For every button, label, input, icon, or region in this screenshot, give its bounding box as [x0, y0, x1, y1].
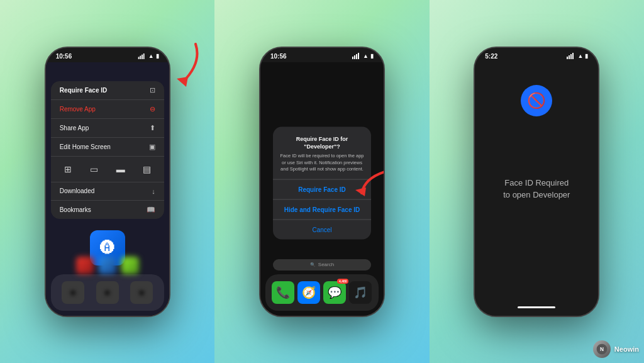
face-id-line2: to open Developer: [503, 190, 570, 199]
dock-music: 🎵: [349, 281, 372, 304]
menu-label-downloaded: Downloaded: [60, 187, 95, 194]
phone-right-screen: 🚫 Face ID Required to open Developer: [475, 62, 598, 316]
signal-icon-middle: [352, 53, 361, 59]
edit-icon: ▣: [149, 143, 155, 151]
phone-left: 10:56 ▲ ▮ Require Face ID ⊡: [45, 47, 170, 317]
left-panel: 10:56 ▲ ▮ Require Face ID ⊡: [0, 0, 214, 363]
menu-label-require-face-id: Require Face ID: [60, 87, 108, 94]
menu-label-edit-home: Edit Home Screen: [60, 143, 111, 150]
phone-right: 5:22 ▲ ▮ 🚫 Face ID Required to open: [474, 47, 599, 317]
signal-icon: [138, 53, 147, 59]
face-id-icon: ⊡: [150, 86, 155, 94]
time-middle: 10:56: [270, 53, 287, 60]
status-icons-left: ▲ ▮: [138, 53, 159, 59]
right-panel: 5:22 ▲ ▮ 🚫 Face ID Required to open: [430, 0, 644, 363]
alert-btn-hide[interactable]: Hide and Require Face ID: [273, 199, 371, 220]
search-placeholder: Search: [318, 262, 334, 267]
status-bar-right: 5:22 ▲ ▮: [475, 48, 598, 62]
svg-rect-13: [572, 53, 574, 59]
app-store-glyph: 🅐: [100, 239, 115, 257]
menu-item-downloaded[interactable]: Downloaded ↓: [51, 182, 164, 201]
home-indicator: [518, 306, 555, 308]
battery-icon: ▮: [156, 53, 159, 59]
status-icons-middle: ▲ ▮: [352, 53, 374, 59]
remove-icon: ⊖: [150, 105, 155, 113]
svg-rect-7: [356, 54, 357, 59]
neowin-text: Neowin: [614, 345, 639, 353]
svg-text:N: N: [600, 346, 604, 352]
face-id-line1: Face ID Required: [504, 178, 569, 187]
alert-title: Require Face ID for "Developer"?: [273, 127, 371, 153]
neowin-logo: N: [593, 340, 611, 358]
search-icon-middle: 🔍: [310, 262, 316, 267]
menu-item-edit-home[interactable]: Edit Home Screen ▣: [51, 138, 164, 157]
wifi-icon-right: ▲: [577, 53, 583, 59]
phone-middle: 10:56 ▲ ▮ Require Face ID for "Developer…: [259, 47, 385, 317]
signal-icon-right: [567, 53, 575, 59]
share-icon: ⬆: [150, 124, 155, 132]
menu-label-remove-app: Remove App: [60, 106, 96, 113]
dock-middle: 📞 🧭 💬 4,480 🎵: [265, 274, 379, 311]
battery-icon-middle: ▮: [370, 53, 374, 59]
menu-item-require-face-id[interactable]: Require Face ID ⊡: [51, 81, 164, 100]
wifi-icon: ▲: [148, 53, 154, 59]
blocked-glyph: 🚫: [527, 92, 546, 109]
dot-red: [76, 257, 94, 274]
time-right: 5:22: [485, 53, 497, 60]
menu-item-share-app[interactable]: Share App ⬆: [51, 119, 164, 138]
layout1-icon: ▭: [86, 162, 103, 177]
dock-icon-2: ●: [96, 281, 119, 304]
neowin-logo-svg: N: [596, 343, 608, 355]
svg-rect-3: [143, 53, 145, 59]
svg-marker-9: [355, 187, 366, 196]
messages-badge: 4,480: [337, 279, 349, 284]
svg-rect-12: [570, 54, 572, 59]
phone-screen-left: Require Face ID ⊡ Remove App ⊖ Share App…: [46, 62, 169, 316]
svg-rect-1: [140, 55, 141, 59]
dock-icon-1: ●: [62, 281, 84, 304]
neowin-watermark: N Neowin: [593, 340, 639, 358]
status-bar-middle: 10:56 ▲ ▮: [260, 48, 384, 62]
status-icons-right: ▲ ▮: [567, 53, 588, 59]
svg-rect-2: [142, 54, 143, 59]
face-id-required-text: Face ID Required to open Developer: [484, 177, 589, 201]
menu-icon-row: ⊞ ▭ ▬ ▤: [51, 157, 164, 182]
messages-icon: 💬: [328, 286, 341, 299]
context-menu[interactable]: Require Face ID ⊡ Remove App ⊖ Share App…: [51, 81, 164, 219]
svg-rect-6: [354, 55, 355, 59]
safari-icon: 🧭: [302, 286, 316, 299]
blurred-dots: [46, 256, 169, 275]
svg-rect-0: [138, 57, 139, 59]
grid-icon: ⊞: [59, 162, 77, 177]
dock-safari: 🧭: [297, 281, 320, 304]
layout3-icon: ▤: [138, 162, 156, 177]
red-arrow-svg-left: [164, 38, 202, 88]
wifi-icon-middle: ▲: [363, 53, 369, 59]
dock-phone: 📞: [272, 281, 294, 304]
face-id-blocked-icon: 🚫: [521, 85, 552, 116]
red-arrow-svg-middle: [352, 165, 385, 203]
battery-icon-right: ▮: [585, 53, 588, 59]
menu-item-remove-app[interactable]: Remove App ⊖: [51, 100, 164, 119]
time-left: 10:56: [56, 53, 72, 60]
svg-rect-8: [358, 53, 359, 59]
phone-icon: 📞: [276, 286, 290, 299]
dock-icon-3: ●: [130, 281, 153, 304]
status-bar-left: 10:56 ▲ ▮: [46, 48, 169, 62]
svg-marker-4: [177, 77, 188, 87]
dot-blue: [99, 257, 116, 274]
alert-btn-cancel[interactable]: Cancel: [273, 220, 371, 239]
svg-rect-5: [352, 57, 353, 59]
middle-panel: 10:56 ▲ ▮ Require Face ID for "Developer…: [214, 0, 429, 363]
dock-messages: 💬 4,480: [323, 281, 346, 304]
bookmark-icon: 📖: [147, 206, 155, 214]
dot-green: [121, 257, 139, 274]
menu-item-bookmarks[interactable]: Bookmarks 📖: [51, 201, 164, 219]
dock-left: ● ● ●: [51, 274, 164, 311]
music-icon: 🎵: [353, 286, 367, 299]
menu-label-bookmarks: Bookmarks: [60, 206, 91, 213]
svg-rect-11: [569, 55, 570, 59]
download-icon: ↓: [152, 187, 155, 195]
search-bar[interactable]: 🔍 Search: [273, 259, 371, 271]
svg-rect-10: [567, 57, 568, 59]
